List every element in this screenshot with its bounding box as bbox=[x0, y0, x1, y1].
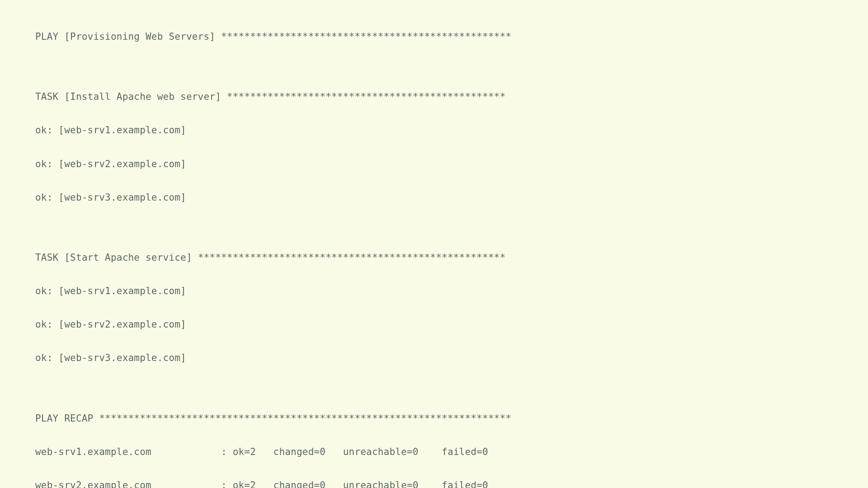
recap-changed: 0 bbox=[320, 446, 326, 457]
result-status: ok bbox=[35, 286, 47, 296]
play-stars: ****************************************… bbox=[221, 31, 511, 42]
result-host: web-srv1.example.com bbox=[64, 125, 180, 136]
task-header-line: TASK [Install Apache web server] *******… bbox=[35, 90, 868, 104]
recap-stars: ****************************************… bbox=[99, 413, 511, 424]
recap-row: web-srv1.example.com : ok=2 changed=0 un… bbox=[35, 445, 868, 459]
recap-row: web-srv2.example.com : ok=2 changed=0 un… bbox=[35, 479, 868, 488]
ansible-output-panel: PLAY [Provisioning Web Servers] ********… bbox=[0, 16, 868, 488]
blank-line bbox=[35, 385, 868, 398]
recap-unreachable: 0 bbox=[413, 446, 419, 457]
recap-failed: 0 bbox=[482, 446, 488, 457]
recap-host: web-srv1.example.com bbox=[35, 446, 151, 457]
recap-host: web-srv2.example.com bbox=[35, 480, 151, 488]
blank-line bbox=[35, 63, 868, 76]
play-label: PLAY bbox=[35, 31, 58, 42]
recap-ok: 2 bbox=[250, 446, 256, 457]
task-stars: ****************************************… bbox=[227, 91, 505, 102]
result-host: web-srv2.example.com bbox=[64, 159, 180, 169]
recap-failed: 0 bbox=[482, 480, 488, 488]
task-result-line: ok: [web-srv1.example.com] bbox=[35, 123, 868, 137]
task-result-line: ok: [web-srv2.example.com] bbox=[35, 318, 868, 332]
recap-unreachable: 0 bbox=[413, 480, 419, 488]
task-name: Start Apache service bbox=[70, 252, 186, 263]
play-name: Provisioning Web Servers bbox=[70, 31, 209, 42]
task-label: TASK bbox=[35, 252, 58, 263]
result-status: ok bbox=[35, 125, 47, 136]
result-status: ok bbox=[35, 319, 47, 330]
recap-label: PLAY RECAP bbox=[35, 413, 93, 424]
result-host: web-srv3.example.com bbox=[64, 192, 180, 203]
task-result-line: ok: [web-srv3.example.com] bbox=[35, 351, 868, 365]
blank-line bbox=[35, 224, 868, 237]
play-header-line: PLAY [Provisioning Web Servers] ********… bbox=[35, 30, 868, 44]
task-label: TASK bbox=[35, 91, 58, 102]
task-header-line: TASK [Start Apache service] ************… bbox=[35, 251, 868, 265]
recap-changed: 0 bbox=[320, 480, 326, 488]
recap-ok: 2 bbox=[250, 480, 256, 488]
task-name: Install Apache web server bbox=[70, 91, 215, 102]
result-host: web-srv1.example.com bbox=[64, 286, 180, 296]
result-status: ok bbox=[35, 352, 47, 363]
task-result-line: ok: [web-srv1.example.com] bbox=[35, 284, 868, 298]
task-result-line: ok: [web-srv3.example.com] bbox=[35, 191, 868, 205]
result-host: web-srv2.example.com bbox=[64, 319, 180, 330]
task-stars: ****************************************… bbox=[198, 252, 506, 263]
result-status: ok bbox=[35, 159, 47, 169]
task-result-line: ok: [web-srv2.example.com] bbox=[35, 157, 868, 171]
recap-header-line: PLAY RECAP *****************************… bbox=[35, 412, 868, 426]
result-host: web-srv3.example.com bbox=[64, 352, 180, 363]
result-status: ok bbox=[35, 192, 47, 203]
